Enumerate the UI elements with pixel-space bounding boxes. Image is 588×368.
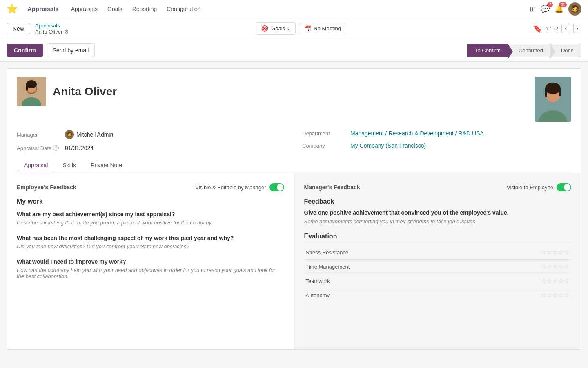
svg-rect-10 [545, 88, 547, 97]
meeting-button[interactable]: 📅 No Meeting [299, 23, 346, 34]
confirm-button[interactable]: Confirm [7, 44, 43, 57]
eval-row-stress: Stress Resistance ☆☆☆☆☆ [304, 245, 572, 260]
evaluation-section: Evaluation Stress Resistance ☆☆☆☆☆ Time … [304, 233, 572, 302]
chat-icon[interactable]: 💬 7 [541, 4, 550, 13]
eval-criteria-stress: Stress Resistance [304, 245, 464, 260]
svg-point-9 [545, 83, 561, 94]
nav-appraisals[interactable]: Appraisals [70, 4, 98, 14]
app-logo-icon: ⭐ [7, 4, 18, 14]
bookmark-icon[interactable]: 🔖 [533, 24, 542, 33]
tab-skills[interactable]: Skills [55, 158, 83, 173]
tab-appraisal[interactable]: Appraisal [17, 158, 55, 173]
goals-button[interactable]: 🎯 Goals 0 [256, 22, 296, 35]
settings-icon[interactable]: ⚙ [64, 29, 69, 35]
my-work-heading: My work [17, 198, 284, 205]
eval-stars-teamwork[interactable]: ☆☆☆☆☆ [464, 274, 571, 288]
record-navigation: 4 / 12 [545, 25, 559, 31]
app-name: Appraisals [27, 5, 59, 12]
eval-criteria-time: Time Management [304, 260, 464, 274]
question-1: What are my best achievement(s) since my… [17, 211, 284, 226]
employee-fields: Manager 🧔 Mitchell Admin Appraisal Date … [7, 130, 581, 158]
sub-header: New Appraisals Anita Oliver ⚙ 🎯 Goals 0 … [0, 18, 588, 39]
chat-badge: 7 [547, 2, 553, 7]
action-bar: Confirm Send by email To Confirm Confirm… [0, 39, 588, 62]
toolbar-right: 🔖 4 / 12 ‹ › [533, 24, 581, 33]
tabs-container: Appraisal Skills Private Note [7, 158, 581, 173]
employee-photo-right [535, 77, 571, 122]
employee-panel-header: Employee's Feedback Visible & Editable b… [17, 183, 284, 191]
company-label: Company [302, 143, 347, 149]
eval-row-autonomy: Autonomy ☆☆☆☆☆ [304, 288, 572, 303]
question-3: What would I need to improve my work? Ho… [17, 258, 284, 279]
eval-row-teamwork: Teamwork ☆☆☆☆☆ [304, 274, 572, 288]
company-field: Company My Company (San Francisco) [302, 142, 571, 149]
employee-toggle-group: Visible & Editable by Manager [195, 183, 284, 191]
tab-private-note[interactable]: Private Note [83, 158, 129, 173]
manager-panel-header: Manager's Feedback Visible to Employee [304, 183, 572, 191]
nav-goals[interactable]: Goals [107, 4, 123, 14]
user-avatar[interactable]: 🧔 [568, 2, 581, 16]
goals-icon: 🎯 [261, 25, 269, 32]
question-3-hint: How can the company help you with your n… [17, 267, 284, 279]
question-3-title: What would I need to improve my work? [17, 258, 284, 265]
employee-header: Anita Oliver [7, 69, 581, 130]
manager-avatar-icon: 🧔 [65, 130, 74, 139]
activity-icon[interactable]: 🔔 41 [555, 4, 564, 13]
department-value[interactable]: Management / Research & Development / R&… [350, 130, 484, 137]
department-label: Department [302, 130, 347, 137]
nav-configuration[interactable]: Configuration [166, 4, 201, 14]
status-bar: To Confirm Confirmed Done [467, 44, 581, 57]
question-1-title: What are my best achievement(s) since my… [17, 211, 284, 218]
eval-row-time: Time Management ☆☆☆☆☆ [304, 260, 572, 274]
eval-stars-autonomy[interactable]: ☆☆☆☆☆ [464, 288, 571, 303]
evaluation-title: Evaluation [304, 233, 572, 240]
feedback-question: Give one positive achievement that convi… [304, 209, 572, 216]
manager-feedback-panel: Manager's Feedback Visible to Employee F… [294, 173, 581, 349]
feedback-hint: Some achievements comforting you in thei… [304, 218, 572, 224]
send-email-button[interactable]: Send by email [47, 43, 95, 57]
manager-field: Manager 🧔 Mitchell Admin [17, 130, 286, 139]
appraisal-date-label: Appraisal Date ? [17, 145, 62, 151]
eval-criteria-autonomy: Autonomy [304, 288, 464, 303]
status-confirmed[interactable]: Confirmed [508, 44, 551, 57]
eval-criteria-teamwork: Teamwork [304, 274, 464, 288]
appraisal-date-value: 01/31/2024 [65, 145, 94, 151]
next-record-button[interactable]: › [573, 24, 581, 33]
prev-record-button[interactable]: ‹ [561, 24, 570, 33]
stars-time[interactable]: ☆☆☆☆☆ [541, 263, 570, 270]
activity-badge: 41 [559, 2, 567, 7]
question-2-hint: Did you face new difficulties? Did you c… [17, 243, 284, 249]
manager-label: Manager [17, 132, 62, 138]
help-icon[interactable]: ? [53, 145, 59, 151]
svg-rect-11 [559, 88, 561, 96]
main-content: Anita Oliver Manager [0, 62, 588, 368]
stars-teamwork[interactable]: ☆☆☆☆☆ [541, 277, 570, 284]
nav-reporting[interactable]: Reporting [131, 4, 158, 14]
eval-stars-time[interactable]: ☆☆☆☆☆ [464, 260, 571, 274]
manager-value: 🧔 Mitchell Admin [65, 130, 113, 139]
status-done[interactable]: Done [551, 44, 581, 57]
employee-name: Anita Oliver [53, 77, 117, 106]
status-to-confirm[interactable]: To Confirm [467, 44, 508, 57]
question-1-hint: Describe something that made you proud, … [17, 220, 284, 226]
stars-stress[interactable]: ☆☆☆☆☆ [541, 249, 570, 256]
stars-autonomy[interactable]: ☆☆☆☆☆ [541, 292, 570, 298]
manager-toggle-group: Visible to Employee [507, 183, 571, 191]
toolbar-center: 🎯 Goals 0 📅 No Meeting [256, 22, 346, 35]
calendar-icon: 📅 [304, 25, 311, 32]
employee-visibility-toggle[interactable] [270, 183, 284, 191]
breadcrumb-parent[interactable]: Appraisals [35, 22, 69, 29]
eval-stars-stress[interactable]: ☆☆☆☆☆ [464, 245, 571, 260]
question-2-title: What has been the most challenging aspec… [17, 235, 284, 241]
record-card: Anita Oliver Manager [7, 68, 581, 350]
manager-visibility-toggle[interactable] [557, 183, 571, 191]
new-button[interactable]: New [7, 23, 30, 34]
left-fields: Manager 🧔 Mitchell Admin Appraisal Date … [17, 130, 286, 151]
company-value[interactable]: My Company (San Francisco) [350, 142, 426, 149]
tab-content: Employee's Feedback Visible & Editable b… [7, 173, 581, 349]
department-field: Department Management / Research & Devel… [302, 130, 571, 137]
appraisal-date-field: Appraisal Date ? 01/31/2024 [17, 145, 286, 151]
grid-icon[interactable]: ⊞ [530, 4, 536, 13]
breadcrumb-current: Anita Oliver ⚙ [35, 29, 69, 35]
employee-panel-title: Employee's Feedback [17, 184, 76, 191]
